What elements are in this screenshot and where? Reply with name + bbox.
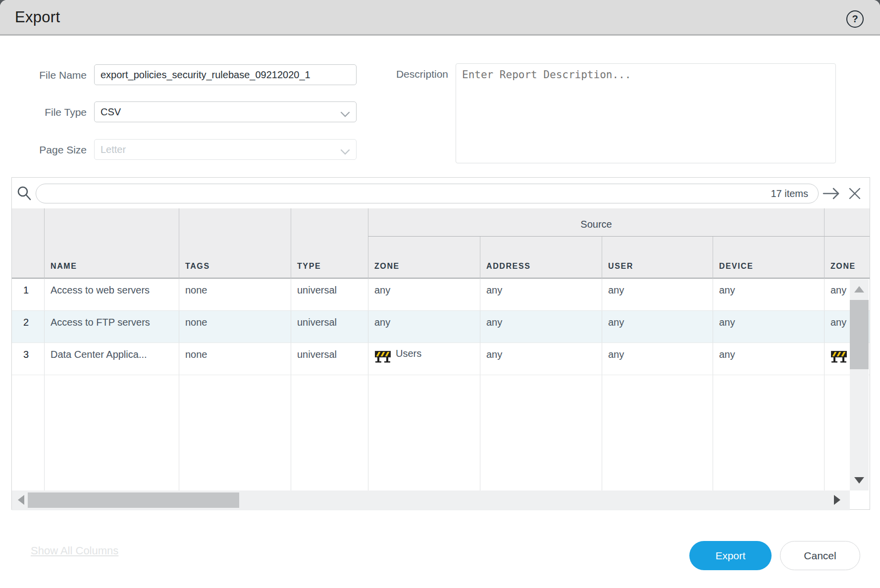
cell-source-address: any [480, 311, 602, 343]
table-header: NAME TAGS TYPE Source ZONE ADDRESS USER … [12, 208, 870, 279]
scroll-left-arrow-icon[interactable] [18, 495, 24, 505]
cell-source-address: any [480, 279, 602, 310]
column-header-tags: TAGS [179, 208, 291, 279]
column-header-source-address: ADDRESS [480, 237, 602, 279]
description-input[interactable] [456, 63, 836, 163]
column-header-source-zone: ZONE [368, 237, 480, 279]
column-header-source-device: DEVICE [713, 237, 824, 279]
table-search-row: 17 items [12, 178, 870, 208]
apply-filter-arrow-icon[interactable] [822, 187, 841, 202]
page-size-select: Letter [94, 139, 357, 160]
cell-source-device: any [713, 279, 824, 310]
table-empty-area [12, 375, 870, 490]
row-number: 1 [12, 279, 44, 310]
description-label: Description [369, 68, 448, 80]
cancel-button[interactable]: Cancel [780, 541, 860, 570]
cell-source-user: any [602, 311, 713, 343]
search-input[interactable] [36, 188, 771, 199]
cell-source-device: any [713, 311, 824, 343]
cell-type: universal [291, 343, 368, 375]
row-number: 2 [12, 311, 44, 343]
page-size-value: Letter [101, 144, 126, 155]
help-icon[interactable]: ? [846, 10, 864, 28]
construction-barrier-icon [830, 348, 847, 363]
chevron-down-icon [340, 109, 350, 120]
cell-source-zone: any [368, 311, 480, 343]
cell-source-zone: any [368, 279, 480, 310]
cell-type: universal [291, 279, 368, 310]
search-icon [16, 186, 32, 203]
cell-tags: none [179, 279, 291, 310]
cell-name: Data Center Applica... [44, 343, 179, 375]
dialog-titlebar: Export ? [0, 0, 880, 36]
cell-source-device: any [713, 343, 824, 375]
cell-source-user: any [602, 343, 713, 375]
items-count: 17 items [771, 188, 818, 199]
scroll-right-arrow-icon[interactable] [834, 495, 840, 505]
table-row: 2 Access to FTP servers none universal a… [12, 311, 870, 343]
group-header-source: Source [368, 208, 824, 237]
table-body: 1 Access to web servers none universal a… [12, 279, 870, 490]
column-header-dest-zone: ZONE [824, 237, 870, 279]
cell-source-user: any [602, 279, 713, 310]
cell-source-address: any [480, 343, 602, 375]
file-type-value: CSV [101, 106, 121, 118]
file-type-label: File Type [20, 106, 87, 118]
cell-tags: none [179, 343, 291, 375]
cell-name: Access to web servers [44, 279, 179, 310]
column-header-source-user: USER [602, 237, 713, 279]
cell-tags: none [179, 311, 291, 343]
cell-name: Access to FTP servers [44, 311, 179, 343]
horizontal-scrollbar[interactable] [12, 490, 850, 510]
cell-source-zone: Users [368, 343, 480, 375]
column-header-name: NAME [44, 208, 179, 279]
file-name-label: File Name [20, 69, 87, 81]
rulebase-preview-panel: 17 items NAME TAGS TYPE Source [11, 177, 870, 510]
show-all-columns-link[interactable]: Show All Columns [31, 544, 118, 557]
row-number: 3 [12, 343, 44, 375]
file-type-select[interactable]: CSV [94, 101, 357, 122]
table-row: 3 Data Center Applica... none universal [12, 343, 870, 375]
group-header-destination [824, 208, 870, 237]
cell-source-zone-text: Users [396, 348, 421, 359]
construction-barrier-icon [374, 348, 391, 363]
page-size-label: Page Size [20, 144, 87, 156]
vertical-scrollbar-thumb[interactable] [850, 300, 869, 369]
cell-type: universal [291, 311, 368, 343]
scroll-up-arrow-icon[interactable] [854, 286, 864, 293]
chevron-down-icon [340, 147, 350, 158]
column-header-rownum [12, 208, 44, 279]
dialog-title: Export [15, 8, 60, 26]
search-pill: 17 items [36, 184, 819, 203]
vertical-scrollbar[interactable] [850, 279, 869, 490]
export-button[interactable]: Export [689, 541, 772, 570]
clear-filter-x-icon[interactable] [848, 187, 862, 202]
column-header-type: TYPE [291, 208, 368, 279]
table-row: 1 Access to web servers none universal a… [12, 279, 870, 311]
export-dialog: Export ? File Name export_policies_secur… [0, 0, 880, 588]
horizontal-scrollbar-thumb[interactable] [28, 492, 239, 508]
file-name-input[interactable]: export_policies_security_rulebase_092120… [94, 64, 357, 85]
scroll-down-arrow-icon[interactable] [854, 477, 864, 484]
